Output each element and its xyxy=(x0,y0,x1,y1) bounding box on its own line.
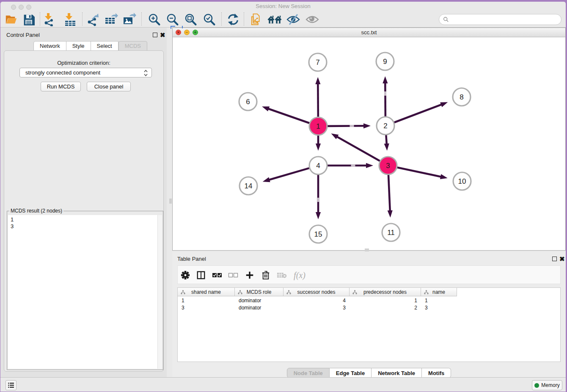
optimization-criterion-select[interactable]: strongly connected component xyxy=(19,68,152,77)
unselect-all-icon[interactable] xyxy=(226,268,240,282)
tab-motifs[interactable]: Motifs xyxy=(422,368,451,378)
graph-edge-arrow-3-10 xyxy=(440,174,448,179)
table-cell[interactable]: 1 xyxy=(421,297,457,304)
mcds-result-area[interactable]: 1 3 xyxy=(8,215,162,369)
graph-node-label-10: 10 xyxy=(458,177,466,185)
first-neighbors-icon[interactable] xyxy=(267,12,282,27)
table-cell[interactable]: 3 xyxy=(284,304,350,311)
select-all-icon[interactable] xyxy=(210,268,224,282)
split-grip[interactable] xyxy=(365,248,369,251)
tab-node-table[interactable]: Node Table xyxy=(287,368,330,378)
settings-gear-icon[interactable] xyxy=(179,268,192,282)
graph-edge-1-2[interactable] xyxy=(328,126,364,126)
memory-button[interactable]: Memory xyxy=(532,380,562,390)
add-column-icon[interactable] xyxy=(243,268,256,282)
table-panel-title: Table Panel xyxy=(177,256,206,262)
close-panel-icon[interactable]: ✖ xyxy=(160,33,165,37)
column-header-successor-nodes[interactable]: successor nodes xyxy=(284,288,350,296)
tab-network[interactable]: Network xyxy=(33,41,66,51)
tab-select[interactable]: Select xyxy=(91,41,118,51)
table-cell[interactable]: 2 xyxy=(350,304,421,311)
main-toolbar xyxy=(0,11,566,28)
column-type-icon xyxy=(352,290,357,296)
hide-selected-icon[interactable] xyxy=(286,12,300,27)
control-panel: Control Panel ✖ NetworkStyleSelectMCDS O… xyxy=(0,28,167,377)
tab-network-table[interactable]: Network Table xyxy=(372,368,422,378)
table-cell[interactable]: dominator xyxy=(235,304,284,311)
search-input[interactable] xyxy=(439,14,561,25)
column-type-icon xyxy=(238,290,242,296)
mcds-result-group: MCDS result (2 nodes) 1 3 xyxy=(7,211,163,370)
graph-edge-2-3[interactable] xyxy=(386,135,386,144)
graph-node-label-8: 8 xyxy=(460,93,463,101)
table-header-row: shared nameMCDS rolesuccessor nodesprede… xyxy=(178,288,457,296)
export-table-icon[interactable] xyxy=(104,12,118,27)
function-builder-icon[interactable]: f(x) xyxy=(291,268,308,282)
open-folder-icon[interactable] xyxy=(4,12,18,27)
control-panel-tabs: NetworkStyleSelectMCDS xyxy=(33,41,147,51)
tab-edge-table[interactable]: Edge Table xyxy=(330,368,372,378)
delete-column-icon[interactable] xyxy=(259,268,272,282)
focus-tick-mark xyxy=(182,26,183,28)
graph-edge-3-1[interactable] xyxy=(337,137,380,161)
zoom-fit-icon[interactable] xyxy=(183,12,198,27)
graph-edge-arrow-4-3 xyxy=(366,163,373,168)
task-history-button[interactable] xyxy=(6,380,17,390)
table-cell[interactable]: 3 xyxy=(178,304,235,311)
table-cell[interactable]: 3 xyxy=(421,304,457,311)
run-mcds-button[interactable]: Run MCDS xyxy=(41,82,81,91)
graph-edge-1-6[interactable] xyxy=(268,108,309,123)
table-cell[interactable]: dominator xyxy=(235,297,284,304)
zoom-out-icon[interactable] xyxy=(165,12,179,27)
graph-edge-4-14[interactable] xyxy=(269,168,309,180)
graph-node-label-2: 2 xyxy=(383,122,387,130)
show-all-icon[interactable] xyxy=(305,12,319,27)
table-cell[interactable]: 1 xyxy=(350,297,421,304)
import-network-icon[interactable] xyxy=(43,12,57,27)
graph-node-label-14: 14 xyxy=(245,182,253,190)
export-network-icon[interactable] xyxy=(86,12,100,27)
refresh-icon[interactable] xyxy=(226,12,240,27)
float-panel-icon[interactable] xyxy=(153,33,157,37)
graph-edge-3-10[interactable] xyxy=(397,168,442,177)
zoom-selected-icon[interactable] xyxy=(202,12,216,27)
table-cell[interactable]: 4 xyxy=(284,297,350,304)
graph-edge-1-7[interactable] xyxy=(318,83,318,117)
graph-node-label-15: 15 xyxy=(314,230,322,238)
tab-style[interactable]: Style xyxy=(66,41,91,51)
column-header-shared-name[interactable]: shared name xyxy=(178,288,235,296)
table-toolbar: f(x) xyxy=(177,265,561,284)
zoom-in-icon[interactable] xyxy=(147,12,161,27)
column-header-predecessor-nodes[interactable]: predecessor nodes xyxy=(350,288,421,296)
import-table-icon[interactable] xyxy=(63,12,78,27)
table-cell[interactable]: 1 xyxy=(178,297,235,304)
column-type-icon xyxy=(424,290,429,296)
tab-mcds[interactable]: MCDS xyxy=(118,41,147,51)
column-header-name[interactable]: name xyxy=(421,288,457,296)
graph-edge-arrow-4-14 xyxy=(263,177,270,182)
network-window-titlebar[interactable]: × − + scc.txt xyxy=(173,28,565,37)
table-row[interactable]: 1dominator411 xyxy=(178,297,457,304)
splitter-handle[interactable] xyxy=(169,199,172,204)
column-header-MCDS-role[interactable]: MCDS role xyxy=(235,288,284,296)
save-icon[interactable] xyxy=(22,12,36,27)
memory-status-dot xyxy=(534,383,539,388)
column-layout-icon[interactable] xyxy=(194,268,208,282)
network-graph[interactable]: 1234678910111415 xyxy=(173,38,565,250)
column-type-icon xyxy=(181,290,185,296)
window-title: Session: New Session xyxy=(0,3,566,9)
export-image-icon[interactable] xyxy=(122,12,137,27)
close-panel-button[interactable]: Close panel xyxy=(87,82,131,91)
search-icon xyxy=(443,17,449,22)
control-panel-title: Control Panel xyxy=(6,32,40,38)
table-row[interactable]: 3dominator323 xyxy=(178,304,457,311)
result-scrollbar[interactable] xyxy=(157,215,162,369)
delete-table-icon[interactable] xyxy=(275,268,289,282)
graph-edge-2-9[interactable] xyxy=(385,83,385,116)
graph-edge-2-8[interactable] xyxy=(394,105,442,123)
clone-network-icon[interactable] xyxy=(249,12,264,27)
float-table-panel-icon[interactable] xyxy=(552,257,557,261)
graph-edge-3-11[interactable] xyxy=(388,175,390,211)
graph-edge-arrow-1-2 xyxy=(363,123,371,128)
close-table-panel-icon[interactable]: ✖ xyxy=(559,257,565,261)
